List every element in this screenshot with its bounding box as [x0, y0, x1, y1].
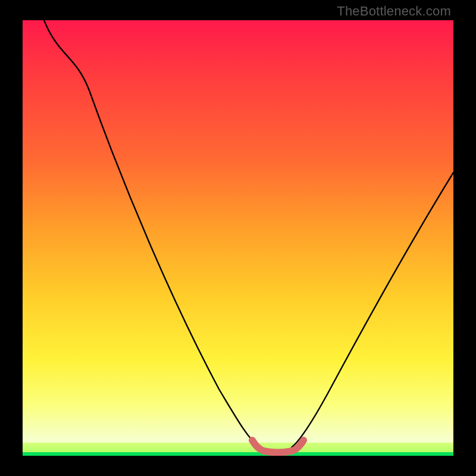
watermark-text: TheBottleneck.com	[337, 4, 451, 19]
plot-area	[23, 20, 453, 456]
curve-layer	[23, 20, 453, 456]
chart-frame: TheBottleneck.com	[0, 0, 476, 476]
bottleneck-curve	[44, 20, 453, 452]
minimum-highlight	[252, 440, 303, 452]
